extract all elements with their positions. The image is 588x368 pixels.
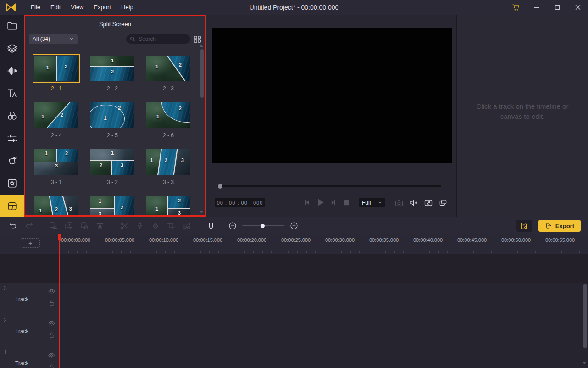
search-input[interactable]	[138, 35, 179, 43]
track-settings-icon[interactable]	[181, 220, 192, 231]
panel-scrollbar[interactable]	[200, 49, 204, 98]
ruler-scale[interactable]: + 00:00:00.00000:00:05.00000:00:10.00000…	[0, 234, 588, 254]
zoom-slider-handle[interactable]	[261, 224, 265, 228]
search-box[interactable]	[126, 34, 190, 44]
split-template-item[interactable]: 1233 - 2	[90, 149, 134, 185]
snapshot-camera-icon[interactable]	[394, 197, 405, 208]
split-template-thumb[interactable]: 123	[34, 196, 78, 215]
split-template-item[interactable]: 122 - 2	[90, 56, 134, 92]
speed-icon[interactable]	[134, 220, 145, 231]
track-row[interactable]: 2 Track	[0, 315, 588, 347]
split-template-item[interactable]: 122 - 3	[146, 56, 190, 92]
menu-view[interactable]: View	[66, 0, 89, 15]
fit-screen-icon[interactable]	[423, 197, 434, 208]
seek-bar[interactable]	[217, 185, 441, 187]
copy-icon[interactable]	[63, 220, 74, 231]
track-visibility-eye-icon[interactable]	[48, 351, 55, 359]
split-template-thumb[interactable]: 123	[90, 149, 134, 175]
minimize-button[interactable]	[526, 0, 547, 15]
cut-clip-icon[interactable]	[48, 220, 59, 231]
split-template-item[interactable]: 1233 - 3	[146, 149, 190, 185]
paste-icon[interactable]	[79, 220, 90, 231]
redo-icon[interactable]	[23, 220, 34, 231]
menu-file[interactable]: File	[26, 0, 45, 15]
seek-handle[interactable]	[218, 184, 222, 189]
track-visibility-eye-icon[interactable]	[48, 287, 55, 295]
track-lane[interactable]	[60, 347, 588, 368]
split-template-item[interactable]: 123	[34, 196, 78, 215]
split-template-thumb[interactable]: 12	[34, 56, 78, 81]
track-lane[interactable]	[60, 283, 588, 315]
sidebar-item-media[interactable]	[0, 15, 24, 37]
timeline-scroll-down[interactable]	[582, 362, 587, 364]
volume-icon[interactable]	[408, 197, 419, 208]
sidebar-item-audio[interactable]	[0, 60, 24, 82]
sidebar-item-behaviors[interactable]	[0, 150, 24, 172]
split-template-thumb[interactable]: 12	[90, 56, 134, 81]
play-button[interactable]	[313, 196, 327, 208]
split-icon[interactable]	[119, 220, 130, 231]
split-template-item[interactable]: 122 - 5	[90, 102, 134, 139]
sidebar-item-text[interactable]	[0, 82, 24, 105]
undo-icon[interactable]	[8, 220, 19, 231]
playhead[interactable]	[59, 235, 60, 368]
video-canvas[interactable]	[212, 28, 452, 163]
split-template-thumb[interactable]: 123	[146, 196, 190, 215]
track-lock-icon[interactable]	[49, 363, 55, 368]
cart-icon[interactable]	[505, 0, 526, 15]
track-header[interactable]: 3 Track	[0, 283, 60, 315]
stop-button[interactable]	[340, 196, 352, 208]
split-template-item[interactable]: 123	[90, 196, 134, 215]
timeline-empty-row[interactable]	[0, 254, 588, 284]
track-lock-icon[interactable]	[49, 331, 55, 339]
track-lane[interactable]	[60, 315, 588, 347]
split-template-item[interactable]: 1233 - 1	[34, 149, 78, 185]
timecode-display[interactable]: 00 : 00 : 00 . 000	[215, 198, 265, 207]
split-template-item[interactable]: 122 - 6	[146, 102, 190, 139]
timeline-zoom-slider[interactable]	[242, 220, 284, 231]
split-template-item[interactable]: 122 - 4	[34, 102, 78, 139]
menu-help[interactable]: Help	[116, 0, 139, 15]
preview-zoom-dropdown[interactable]: Full	[359, 198, 385, 207]
track-lock-icon[interactable]	[49, 299, 55, 307]
sidebar-item-effects[interactable]	[0, 172, 24, 195]
track-visibility-eye-icon[interactable]	[48, 319, 55, 327]
keyframe-icon[interactable]	[150, 220, 161, 231]
menu-export[interactable]: Export	[89, 0, 116, 15]
next-frame-button[interactable]	[327, 196, 339, 208]
split-template-item[interactable]: 123	[146, 196, 190, 215]
marker-icon[interactable]	[205, 220, 216, 231]
split-template-thumb[interactable]: 123	[146, 149, 190, 175]
add-track-button[interactable]: +	[21, 238, 40, 248]
zoom-in-icon[interactable]	[288, 220, 300, 231]
split-template-thumb[interactable]: 123	[34, 149, 78, 175]
category-dropdown[interactable]: All (34)	[29, 34, 78, 44]
sidebar-item-overlays[interactable]	[0, 37, 24, 60]
panel-scroll-up[interactable]	[200, 45, 203, 47]
duplicate-view-icon[interactable]	[438, 197, 449, 208]
previous-frame-button[interactable]	[301, 196, 313, 208]
split-template-thumb[interactable]: 12	[146, 102, 190, 128]
split-template-thumb[interactable]: 12	[146, 56, 190, 81]
split-template-thumb[interactable]: 12	[90, 102, 134, 128]
close-button[interactable]	[567, 0, 588, 15]
track-header[interactable]: 2 Track	[0, 315, 60, 347]
maximize-button[interactable]	[547, 0, 567, 15]
split-template-item[interactable]: 122 - 1	[34, 56, 78, 92]
zoom-out-icon[interactable]	[227, 220, 238, 231]
sidebar-item-split-screen[interactable]	[0, 195, 24, 217]
sidebar-item-filters[interactable]	[0, 105, 24, 127]
export-button[interactable]: Export	[538, 220, 581, 232]
sidebar-item-transitions[interactable]	[0, 127, 24, 150]
panel-scroll-down[interactable]	[200, 211, 203, 213]
menu-edit[interactable]: Edit	[45, 0, 66, 15]
split-template-thumb[interactable]: 123	[90, 196, 134, 215]
track-row[interactable]: 1 Track	[0, 347, 588, 368]
split-template-thumb[interactable]: 12	[34, 102, 78, 128]
track-header[interactable]: 1 Track	[0, 347, 60, 368]
crop-icon[interactable]	[166, 220, 177, 231]
track-row[interactable]: 3 Track	[0, 283, 588, 315]
timeline-scrollbar[interactable]	[583, 284, 587, 348]
grid-view-icon[interactable]	[194, 35, 201, 43]
project-notes-button[interactable]	[516, 220, 532, 232]
